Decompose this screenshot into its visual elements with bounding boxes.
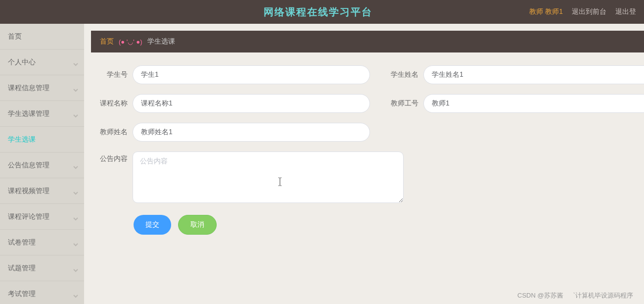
chevron-down-icon: [73, 241, 77, 245]
sidebar-item-6[interactable]: 课程视频管理: [0, 178, 84, 204]
breadcrumb-current: 学生选课: [147, 37, 175, 46]
header: 网络课程在线学习平台 教师 教师1 退出到前台 退出登: [0, 0, 644, 24]
teacher-name-input[interactable]: [133, 123, 370, 142]
notice-label: 公告内容: [99, 152, 128, 163]
sidebar-item-label: 学生选课管理: [8, 109, 49, 118]
sidebar-item-label: 课程评论管理: [8, 212, 49, 221]
teacher-id-input[interactable]: [423, 94, 644, 113]
user-label[interactable]: 教师 教师1: [529, 7, 563, 16]
sidebar-item-label: 试卷管理: [8, 238, 36, 247]
submit-button[interactable]: 提交: [134, 215, 171, 235]
logout-link[interactable]: 退出登: [615, 7, 636, 16]
sidebar-item-4[interactable]: 学生选课: [0, 127, 84, 152]
sidebar-item-label: 课程视频管理: [8, 187, 49, 196]
sidebar-item-0[interactable]: 首页: [0, 24, 84, 50]
sidebar-item-label: 学生选课: [8, 135, 36, 144]
course-name-input[interactable]: [133, 94, 370, 113]
sidebar-item-1[interactable]: 个人中心: [0, 50, 84, 75]
chevron-down-icon: [73, 60, 77, 64]
student-name-input[interactable]: [423, 65, 644, 84]
notice-textarea[interactable]: [133, 152, 404, 203]
sidebar-item-label: 个人中心: [8, 58, 36, 67]
teacher-name-label: 教师姓名: [99, 128, 128, 137]
sidebar-item-label: 考试管理: [8, 290, 36, 299]
breadcrumb-home[interactable]: 首页: [100, 37, 114, 46]
sidebar-item-9[interactable]: 试题管理: [0, 255, 84, 281]
sidebar-item-7[interactable]: 课程评论管理: [0, 204, 84, 230]
chevron-down-icon: [73, 86, 77, 90]
breadcrumb-face-icon: (● '◡' ●): [119, 38, 142, 46]
teacher-id-label: 教师工号: [390, 99, 418, 108]
student-id-input[interactable]: [133, 65, 370, 84]
chevron-down-icon: [73, 266, 77, 270]
sidebar-item-label: 公告信息管理: [8, 161, 49, 170]
main-area: 首页 (● '◡' ●) 学生选课 学生号 学生姓名: [84, 24, 644, 304]
chevron-down-icon: [73, 112, 77, 116]
form-area: 学生号 学生姓名 课程名称 教师工号: [91, 52, 644, 250]
logout-front-link[interactable]: 退出到前台: [572, 7, 606, 16]
app-title: 网络课程在线学习平台: [264, 6, 372, 17]
sidebar-item-label: 试题管理: [8, 264, 36, 273]
header-center: 网络课程在线学习平台: [107, 5, 529, 19]
sidebar-item-2[interactable]: 课程信息管理: [0, 75, 84, 101]
sidebar-item-5[interactable]: 公告信息管理: [0, 152, 84, 178]
course-name-label: 课程名称: [99, 99, 128, 108]
sidebar-item-3[interactable]: 学生选课管理: [0, 101, 84, 127]
chevron-down-icon: [73, 215, 77, 219]
sidebar: 首页个人中心课程信息管理学生选课管理学生选课公告信息管理课程视频管理课程评论管理…: [0, 24, 84, 304]
sidebar-item-label: 首页: [8, 32, 22, 41]
sidebar-item-label: 课程信息管理: [8, 84, 49, 93]
header-right: 教师 教师1 退出到前台 退出登: [529, 7, 636, 16]
sidebar-item-8[interactable]: 试卷管理: [0, 230, 84, 255]
chevron-down-icon: [73, 163, 77, 167]
student-id-label: 学生号: [99, 70, 128, 79]
chevron-down-icon: [73, 292, 77, 296]
breadcrumb: 首页 (● '◡' ●) 学生选课: [91, 31, 644, 52]
chevron-down-icon: [73, 189, 77, 193]
student-name-label: 学生姓名: [390, 70, 418, 79]
cancel-button[interactable]: 取消: [178, 215, 217, 235]
sidebar-item-10[interactable]: 考试管理: [0, 281, 84, 304]
